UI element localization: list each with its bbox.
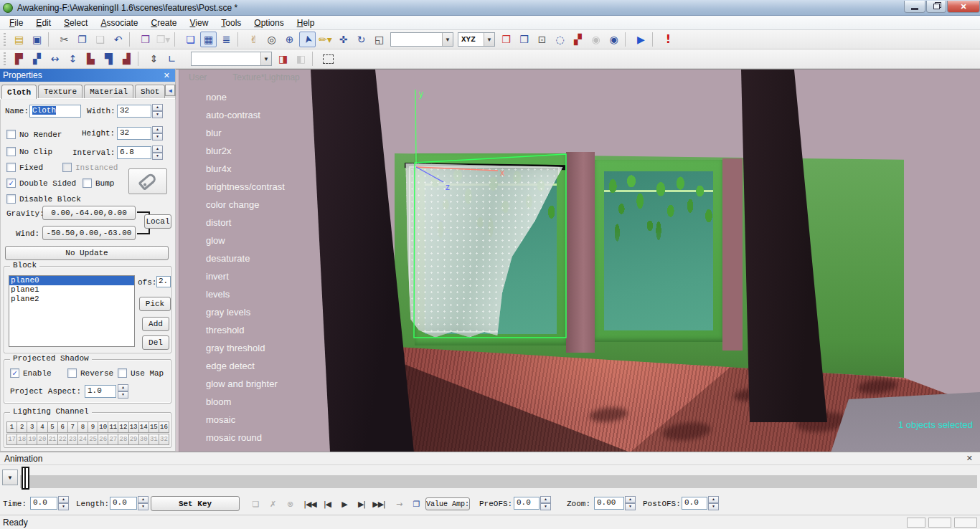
postofs-input[interactable]: 0.0	[682, 497, 707, 510]
new-key-icon[interactable]: ❏	[248, 497, 263, 511]
distribute-icon[interactable]: ⇕	[146, 51, 162, 67]
channel-button[interactable]: 32	[159, 434, 169, 445]
gravity-value-button[interactable]: 0.00,-64.00,0.00	[42, 206, 136, 220]
width-down-icon[interactable]: ▼	[152, 111, 163, 118]
post-effect-option[interactable]: bloom	[206, 393, 285, 411]
close-button[interactable]: ✕	[947, 1, 980, 13]
render-icon[interactable]: ❒	[137, 32, 154, 47]
block-list-item[interactable]: plane1	[9, 285, 134, 295]
channel-button[interactable]: 27	[108, 434, 118, 445]
preofs-up-icon[interactable]: ▲	[540, 496, 551, 503]
post-effect-option[interactable]: invert	[206, 267, 285, 285]
post-effect-option[interactable]: color change	[206, 196, 285, 214]
move-icon[interactable]: ✜	[335, 32, 352, 47]
post-effect-option[interactable]: glow	[206, 232, 285, 249]
show-icon[interactable]: ◉	[606, 32, 622, 47]
no-render-checkbox[interactable]	[6, 130, 16, 139]
bump-checkbox[interactable]	[83, 178, 92, 188]
height-down-icon[interactable]: ▼	[152, 133, 163, 140]
close-animation-icon[interactable]: ✕	[963, 454, 976, 463]
block-list-item[interactable]: plane0	[9, 276, 134, 285]
marquee-icon[interactable]	[320, 51, 336, 67]
rotate-icon[interactable]: ↻	[353, 32, 369, 47]
channel-button[interactable]: 22	[57, 434, 68, 445]
viewport-mode-user[interactable]: User	[189, 72, 207, 82]
channel-button[interactable]: 14	[138, 421, 149, 433]
bounding-box-alt-icon[interactable]: ❒	[516, 32, 532, 47]
align-vertical-icon[interactable]: ↕	[65, 51, 81, 67]
tag-button[interactable]	[128, 168, 167, 194]
go-start-icon[interactable]: |◀◀	[302, 497, 318, 511]
export-icon[interactable]: ❒▾	[155, 32, 171, 47]
properties-tab[interactable]: Texture	[38, 85, 83, 98]
menu-item[interactable]: Edit	[29, 16, 57, 29]
channel-button[interactable]: 8	[77, 421, 88, 433]
post-effect-option[interactable]: blur	[206, 124, 285, 142]
post-effect-option[interactable]: blur2x	[206, 142, 285, 160]
channel-button[interactable]: 31	[149, 434, 159, 445]
set-key-button[interactable]: Set Key	[151, 496, 240, 511]
material-alt-icon[interactable]: ◧	[293, 51, 309, 67]
channel-button[interactable]: 21	[47, 434, 58, 445]
properties-header[interactable]: Properties ✕	[0, 69, 175, 82]
channel-button[interactable]: 9	[88, 421, 98, 433]
alert-icon[interactable]: !	[660, 32, 677, 47]
post-effect-option[interactable]: distort	[206, 214, 285, 232]
timeline-track[interactable]	[20, 475, 977, 488]
restore-button[interactable]	[926, 1, 946, 13]
timeline-handle[interactable]	[22, 467, 29, 490]
select-arrow-icon[interactable]: ➤	[299, 32, 316, 47]
clear-keys-icon[interactable]: ⊗	[282, 497, 298, 511]
channel-button[interactable]: 13	[128, 421, 139, 433]
toolbar-grip[interactable]	[2, 33, 8, 46]
no-clip-checkbox[interactable]	[6, 147, 16, 156]
length-down-icon[interactable]: ▼	[138, 503, 149, 510]
channel-button[interactable]: 25	[88, 434, 98, 445]
paste-icon[interactable]: ❑	[92, 32, 108, 47]
wind-value-button[interactable]: -50.50,0.00,-63.00	[42, 226, 136, 240]
local-button[interactable]: Local	[144, 214, 171, 229]
channel-button[interactable]: 6	[57, 421, 68, 433]
properties-tab[interactable]: Shot	[135, 85, 165, 98]
channel-button[interactable]: 7	[67, 421, 78, 433]
interval-input[interactable]: 6.8	[117, 146, 151, 159]
undo-icon[interactable]: ↶	[110, 32, 126, 47]
channel-button[interactable]: 17	[6, 434, 17, 445]
postofs-down-icon[interactable]: ▼	[708, 503, 719, 510]
toolbar-grip[interactable]	[2, 52, 8, 65]
disable-block-checkbox[interactable]	[6, 194, 16, 204]
menu-item[interactable]: Create	[144, 16, 183, 29]
menu-item[interactable]: Associate	[94, 16, 144, 29]
postofs-up-icon[interactable]: ▲	[708, 496, 719, 503]
width-input[interactable]: 32	[117, 105, 151, 118]
length-input[interactable]: 0.0	[110, 497, 137, 510]
post-effect-option[interactable]: blur4x	[206, 160, 285, 178]
post-effect-option[interactable]: mosaic round	[206, 429, 285, 447]
lock-icon[interactable]: ⊡	[534, 32, 550, 47]
interval-up-icon[interactable]: ▲	[152, 146, 163, 153]
clone-icon[interactable]: ❏	[182, 32, 199, 47]
scale-icon[interactable]: ◱	[371, 32, 387, 47]
align-left-icon[interactable]: ▛	[11, 51, 27, 67]
menu-item[interactable]: Tools	[215, 16, 248, 29]
axis-constraint-combobox[interactable]: XYZ ▼	[458, 32, 495, 47]
post-effect-option[interactable]: threshold	[206, 321, 285, 339]
align-horizontal-icon[interactable]: ↔	[47, 51, 63, 67]
properties-tab[interactable]: Material	[84, 85, 133, 98]
channel-button[interactable]: 4	[37, 421, 47, 433]
channel-button[interactable]: 20	[37, 434, 47, 445]
delete-key-icon[interactable]: ✗	[265, 497, 281, 511]
object-properties-icon[interactable]: ▦	[200, 32, 217, 47]
hide-icon[interactable]: ◉	[588, 32, 604, 47]
post-effect-option[interactable]: gray levels	[206, 303, 285, 321]
channel-button[interactable]: 11	[108, 421, 118, 433]
minimize-button[interactable]	[904, 1, 925, 13]
time-up-icon[interactable]: ▲	[58, 496, 69, 503]
step-back-icon[interactable]: |◀	[319, 497, 335, 511]
orbit-icon[interactable]: ⊕	[281, 32, 298, 47]
post-effect-option[interactable]: desaturate	[206, 249, 285, 267]
menu-item[interactable]: Help	[291, 16, 321, 29]
zoom-down-icon[interactable]: ▼	[625, 503, 636, 510]
channel-button[interactable]: 2	[17, 421, 27, 433]
preofs-down-icon[interactable]: ▼	[540, 503, 551, 510]
